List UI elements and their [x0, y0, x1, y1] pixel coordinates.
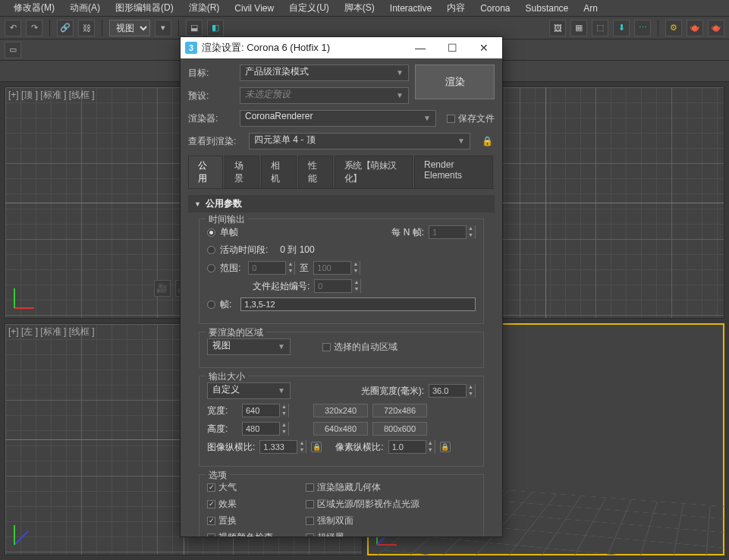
- preset-720x486-button[interactable]: 720x486: [372, 404, 427, 417]
- target-select[interactable]: 产品级渲染模式▼: [240, 64, 409, 81]
- refcoord-select[interactable]: 视图: [109, 20, 150, 36]
- range-to-spinner[interactable]: ▲▼: [313, 261, 360, 275]
- savefile-checkbox[interactable]: 保存文件: [447, 112, 495, 125]
- displacement-checkbox[interactable]: 置换: [207, 514, 291, 527]
- tab-common[interactable]: 公用: [188, 156, 223, 188]
- range-from-spinner[interactable]: ▲▼: [248, 261, 295, 275]
- atmosphere-checkbox[interactable]: 大气: [207, 481, 291, 494]
- preset-label: 预设:: [188, 90, 235, 102]
- group-time-title: 时间输出: [206, 213, 248, 226]
- preset-640x480-button[interactable]: 640x480: [313, 422, 368, 436]
- render-dialog-button[interactable]: ⋯: [634, 20, 651, 36]
- radio-range[interactable]: [207, 264, 215, 272]
- width-spinner[interactable]: ▲▼: [242, 404, 289, 417]
- radio-single-frame[interactable]: [207, 228, 215, 237]
- dialog-titlebar[interactable]: 3 渲染设置: Corona 6 (Hotfix 1) — ☐ ✕: [181, 37, 502, 58]
- image-aspect-lock-button[interactable]: 🔒: [311, 442, 322, 452]
- outputsize-preset-select[interactable]: 自定义▼: [207, 382, 291, 399]
- every-n-spinner[interactable]: ▲▼: [429, 225, 476, 239]
- rollout-common-params[interactable]: 公用参数: [188, 195, 495, 212]
- minimize-button[interactable]: —: [407, 37, 434, 58]
- preset-320x240-button[interactable]: 320x240: [313, 404, 368, 417]
- lock-view-button[interactable]: 🔒: [479, 134, 495, 149]
- viewport-left-label[interactable]: [+] [左 ] [标准 ] [线框 ]: [8, 326, 95, 338]
- menu-substance[interactable]: Substance: [518, 2, 577, 15]
- tab-scene[interactable]: 场景: [225, 156, 259, 188]
- tab-camera[interactable]: 相机: [261, 156, 296, 188]
- axis-gizmo-icon: [14, 514, 46, 546]
- selection-filter-button[interactable]: ▭: [5, 42, 21, 58]
- menu-modifiers[interactable]: 修改器(M): [6, 0, 62, 16]
- snap-toggle-button[interactable]: ◧: [207, 20, 224, 36]
- tab-system[interactable]: 系统【萌妹汉化】: [335, 156, 413, 188]
- render-teapot-button[interactable]: 🫖: [708, 20, 724, 36]
- menu-grapheditors[interactable]: 图形编辑器(D): [108, 0, 181, 16]
- range-to-label: 至: [300, 262, 309, 275]
- undo-button[interactable]: ↶: [5, 20, 21, 36]
- refcoord-pick-button[interactable]: ▾: [155, 20, 171, 36]
- render-output-button[interactable]: ⬚: [592, 20, 608, 36]
- menu-rendering[interactable]: 渲染(R): [181, 0, 228, 16]
- material-editor-button[interactable]: ⚙: [665, 20, 682, 36]
- frames-input[interactable]: [240, 297, 476, 311]
- auto-region-checkbox[interactable]: 选择的自动区域: [322, 341, 397, 354]
- effects-checkbox[interactable]: 效果: [207, 498, 291, 511]
- redo-button[interactable]: ↷: [26, 20, 42, 36]
- group-time-output: 时间输出 单帧 每 N 帧: ▲▼ 活动时间段: 0 到 100: [199, 219, 484, 324]
- render-last-button[interactable]: ⬇: [613, 20, 630, 36]
- filenum-spinner[interactable]: ▲▼: [314, 279, 361, 293]
- radio-frames[interactable]: [207, 300, 215, 309]
- main-menubar: 修改器(M) 动画(A) 图形编辑器(D) 渲染(R) Civil View 自…: [0, 0, 729, 17]
- camera-toggle-1-button[interactable]: 🎥: [154, 280, 171, 297]
- tab-performance[interactable]: 性能: [298, 156, 333, 188]
- radio-active-segment[interactable]: [207, 246, 215, 254]
- settings-tabs: 公用 场景 相机 性能 系统【萌妹汉化】 Render Elements: [188, 156, 495, 189]
- maximize-button[interactable]: ☐: [438, 37, 466, 58]
- superblack-checkbox[interactable]: 超级黑: [306, 531, 419, 536]
- pixel-aspect-lock-button[interactable]: 🔒: [440, 442, 451, 452]
- frames-label: 帧:: [220, 298, 231, 311]
- active-segment-label: 活动时间段:: [220, 244, 268, 256]
- viewtorender-select[interactable]: 四元菜单 4 - 顶▼: [249, 133, 470, 149]
- render-button[interactable]: 渲染: [415, 64, 495, 99]
- videocolor-checkbox[interactable]: 视频颜色检查: [207, 531, 291, 536]
- render-hidden-checkbox[interactable]: 渲染隐藏几何体: [306, 481, 419, 494]
- menu-corona[interactable]: Corona: [473, 2, 517, 15]
- app-icon: 3: [185, 42, 197, 54]
- menu-animation[interactable]: 动画(A): [62, 0, 108, 16]
- menu-customize[interactable]: 自定义(U): [281, 0, 337, 16]
- target-label: 目标:: [188, 67, 235, 80]
- transform-gizmo-button[interactable]: ⬓: [186, 20, 203, 36]
- axis-gizmo-icon: [14, 277, 46, 309]
- preset-800x600-button[interactable]: 800x600: [372, 422, 427, 436]
- single-frame-label: 单帧: [220, 226, 238, 239]
- viewport-top-label[interactable]: [+] [顶 ] [标准 ] [线框 ]: [8, 89, 95, 102]
- renderer-select[interactable]: CoronaRenderer▼: [240, 110, 436, 127]
- pixel-aspect-spinner[interactable]: ▲▼: [388, 440, 435, 454]
- render-setup-button[interactable]: 🖼: [549, 20, 566, 36]
- active-range-value: 0 到 100: [280, 244, 314, 256]
- unlink-button[interactable]: ⛓: [78, 20, 95, 36]
- height-label: 高度:: [207, 423, 237, 436]
- image-aspect-spinner[interactable]: ▲▼: [259, 440, 306, 454]
- height-spinner[interactable]: ▲▼: [242, 422, 289, 436]
- menu-arnold[interactable]: Arn: [576, 2, 605, 15]
- group-area-title: 要渲染的区域: [206, 326, 266, 339]
- tab-renderelements[interactable]: Render Elements: [414, 156, 493, 188]
- every-n-label: 每 N 帧:: [391, 226, 424, 239]
- close-button[interactable]: ✕: [470, 37, 498, 58]
- preset-select[interactable]: 未选定预设▼: [240, 87, 409, 104]
- aperture-spinner[interactable]: ▲▼: [429, 384, 476, 398]
- menu-scripting[interactable]: 脚本(S): [337, 0, 382, 16]
- area-select[interactable]: 视图▼: [207, 338, 291, 355]
- filenum-label: 文件起始编号:: [253, 280, 310, 293]
- menu-content[interactable]: 内容: [439, 0, 473, 16]
- arealights-checkbox[interactable]: 区域光源/阴影视作点光源: [306, 498, 419, 511]
- viewtorender-label: 查看到渲染:: [188, 135, 244, 148]
- teapot-button[interactable]: 🫖: [687, 20, 703, 36]
- menu-civilview[interactable]: Civil View: [227, 2, 281, 15]
- menu-interactive[interactable]: Interactive: [382, 2, 439, 15]
- force2sided-checkbox[interactable]: 强制双面: [306, 514, 419, 527]
- link-button[interactable]: 🔗: [57, 20, 74, 36]
- render-frame-button[interactable]: ▦: [570, 20, 587, 36]
